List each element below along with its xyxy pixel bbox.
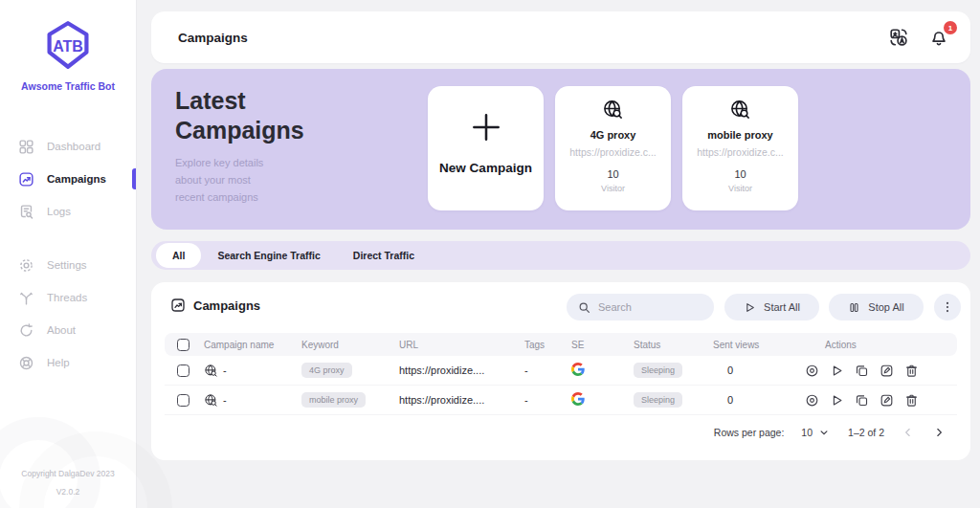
edit-icon[interactable] [880,393,894,408]
cell-se [571,363,634,378]
google-icon [571,363,585,376]
sidebar-item-logs[interactable]: Logs [0,195,136,228]
sidebar-item-campaigns[interactable]: Campaigns [0,163,136,195]
campaigns-chart-icon [170,298,186,313]
tab-direct-traffic[interactable]: Direct Traffic [337,243,431,268]
col-se: SE [571,340,634,350]
start-icon[interactable] [830,364,844,378]
latest-campaigns-hero: Latest Campaigns Explore key details abo… [151,69,970,230]
duplicate-icon[interactable] [855,393,869,408]
rows-per-page-select[interactable]: 10 [801,426,831,439]
page-header: Campaigns 1 [151,11,970,63]
start-icon[interactable] [830,393,844,408]
keyword-chip: 4G proxy [301,363,352,378]
page-title: Campaigns [178,31,248,45]
search-box [567,294,714,320]
more-options-button[interactable] [934,294,961,320]
status-badge: Sleeping [634,392,682,408]
col-actions: Actions [825,340,957,350]
notification-badge: 1 [944,21,957,34]
sidebar-item-about[interactable]: About [0,314,136,346]
table-title: Campaigns [170,298,260,313]
sidebar-item-label: Campaigns [47,173,106,185]
cell-keyword: mobile proxy [301,392,399,408]
version-text: V2.0.2 [0,487,136,497]
row-actions [805,393,957,408]
search-icon [578,301,590,314]
campaign-card-mobile-proxy[interactable]: mobile proxy https://proxidize.c... 10 V… [682,86,798,210]
cell-tags: - [524,394,571,406]
table-row: - mobile proxy https://proxidize.... - S… [165,386,957,415]
cell-tags: - [524,364,571,376]
gear-icon [18,257,34,274]
sidebar-item-label: Settings [47,259,87,271]
sidebar-item-label: Threads [47,292,87,303]
view-icon[interactable] [805,364,819,378]
hero-text: Latest Campaigns Explore key details abo… [175,86,304,206]
sidebar-item-label: About [47,324,76,336]
campaign-card-count: 10 [734,168,746,180]
row-checkbox[interactable] [177,364,189,377]
new-campaign-label: New Campaign [439,161,532,175]
globe-search-icon [602,99,624,121]
status-badge: Sleeping [634,363,682,378]
keyword-chip: mobile proxy [301,392,366,408]
campaign-card-url: https://proxidize.c... [569,146,656,158]
pause-icon [848,301,860,314]
sidebar-item-label: Logs [47,206,71,217]
help-lifebuoy-icon [18,355,34,371]
col-status: Status [634,340,713,350]
duplicate-icon[interactable] [855,364,869,378]
table-toolbar: Campaigns Start All Stop All [151,294,970,320]
view-icon[interactable] [805,393,819,408]
campaign-card-count-label: Visitor [601,184,625,193]
dots-vertical-icon [941,300,954,314]
sidebar-item-label: Dashboard [47,141,100,152]
campaign-card-count: 10 [607,168,618,180]
notification-bell-icon[interactable]: 1 [928,27,949,48]
sidebar-nav: Dashboard Campaigns Logs Settings [0,130,136,379]
previous-page-icon[interactable] [902,426,915,439]
pagination: Rows per page: 10 1–2 of 2 [714,426,946,439]
play-icon [744,301,756,314]
translate-icon[interactable] [888,27,909,48]
delete-icon[interactable] [904,364,919,378]
delete-icon[interactable] [904,393,919,408]
campaign-card-name: 4G proxy [590,129,636,141]
rows-per-page-label: Rows per page: [714,427,785,438]
threads-branch-icon [18,290,34,306]
about-refresh-icon [18,322,34,339]
main-content: Campaigns 1 Latest [151,0,970,508]
campaigns-chart-icon [18,171,34,188]
campaign-card-4g-proxy[interactable]: 4G proxy https://proxidize.c... 10 Visit… [555,86,671,210]
globe-search-icon [204,393,218,408]
atb-logo-icon: ATB [42,19,94,71]
table-row: - 4G proxy https://proxidize.... - Sleep… [165,356,957,386]
cell-url: https://proxidize.... [399,394,524,406]
sidebar-item-help[interactable]: Help [0,346,136,379]
tab-search-engine-traffic[interactable]: Search Engine Traffic [201,243,336,268]
stop-all-button[interactable]: Stop All [829,294,924,320]
sidebar-item-settings[interactable]: Settings [0,249,136,281]
brand-name: Awsome Traffic Bot [0,80,136,92]
search-input[interactable] [598,301,703,313]
edit-icon[interactable] [880,364,894,378]
plus-icon [468,109,504,145]
active-indicator [132,168,136,189]
globe-search-icon [204,364,218,378]
row-checkbox[interactable] [177,394,189,407]
new-campaign-button[interactable]: New Campaign [428,86,544,210]
traffic-filter-tabs: All Search Engine Traffic Direct Traffic [151,241,970,270]
table-header-row: Campaign name Keyword URL Tags SE Status… [165,333,957,356]
campaign-card-count-label: Visitor [728,184,752,193]
sidebar-footer: Copyright DalgaDev 2023 V2.0.2 [0,469,136,497]
select-all-checkbox[interactable] [177,339,189,351]
sidebar-item-dashboard[interactable]: Dashboard [0,130,136,163]
sidebar-item-label: Help [47,357,70,368]
logs-document-icon [18,204,34,220]
sidebar-item-threads[interactable]: Threads [0,281,136,314]
col-keyword: Keyword [301,340,399,350]
start-all-button[interactable]: Start All [724,294,819,320]
next-page-icon[interactable] [932,426,946,439]
tab-all[interactable]: All [156,243,201,268]
